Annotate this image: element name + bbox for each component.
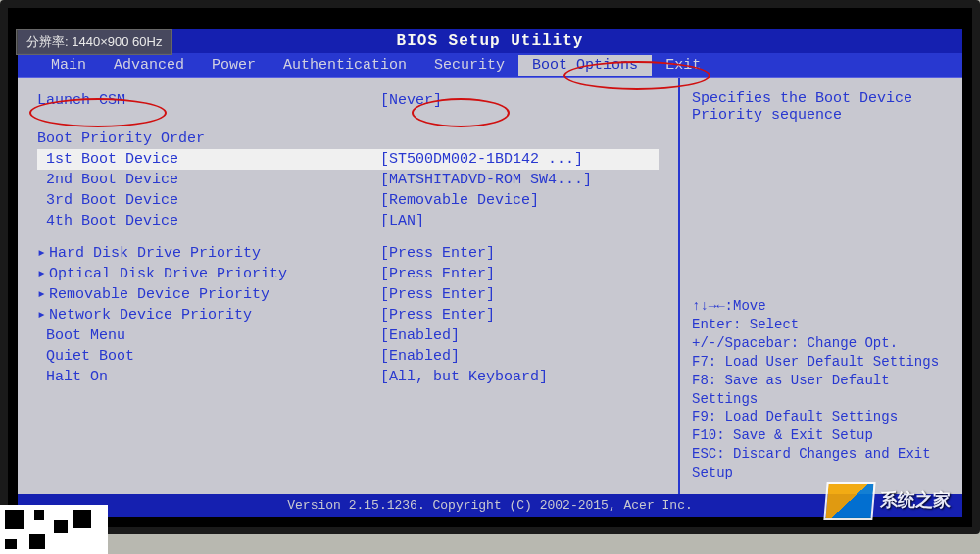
launch-csm-label: Launch CSM — [37, 90, 380, 111]
help-panel: Specifies the Boot Device Priority seque… — [678, 78, 962, 494]
removable-priority[interactable]: ▸Removable Device Priority [Press Enter] — [37, 284, 659, 305]
setting-launch-csm[interactable]: Launch CSM [Never] — [37, 90, 659, 111]
boot-device-4-label: 4th Boot Device — [37, 211, 380, 231]
menu-advanced[interactable]: Advanced — [100, 55, 198, 76]
menu-main[interactable]: Main — [37, 55, 100, 76]
boot-device-1-label: 1st Boot Device — [37, 149, 380, 170]
halt-on-label: Halt On — [37, 367, 380, 387]
optical-priority[interactable]: ▸Optical Disk Drive Priority [Press Ente… — [37, 264, 659, 284]
boot-device-1-value: [ST500DM002-1BD142 ...] — [380, 149, 583, 170]
quiet-boot-label: Quiet Boot — [37, 346, 380, 367]
boot-priority-header: Boot Priority Order — [37, 128, 659, 149]
quiet-boot-value: [Enabled] — [380, 346, 460, 367]
network-priority-value: [Press Enter] — [380, 305, 495, 326]
network-priority-label: Network Device Priority — [49, 307, 252, 324]
halt-on-option[interactable]: Halt On [All, but Keyboard] — [37, 367, 659, 387]
boot-device-2-value: [MATSHITADVD-ROM SW4...] — [380, 170, 592, 190]
launch-csm-value: [Never] — [380, 90, 442, 111]
bios-footer: Version 2.15.1236. Copyright (C) 2002-20… — [18, 494, 962, 517]
help-key-change: +/-/Spacebar: Change Opt. — [692, 334, 951, 353]
hdd-priority[interactable]: ▸Hard Disk Drive Priority [Press Enter] — [37, 243, 659, 264]
help-key-esc: ESC: Discard Changes and Exit Setup — [692, 445, 951, 482]
boot-menu-label: Boot Menu — [37, 326, 380, 346]
menu-boot-options[interactable]: Boot Options — [518, 55, 652, 76]
help-key-f10: F10: Save & Exit Setup — [692, 427, 951, 445]
menu-bar: Main Advanced Power Authentication Secur… — [18, 53, 962, 78]
hdd-priority-label: Hard Disk Drive Priority — [49, 245, 261, 262]
boot-device-3-label: 3rd Boot Device — [37, 190, 380, 211]
boot-device-1[interactable]: 1st Boot Device [ST500DM002-1BD142 ...] — [37, 149, 659, 170]
submenu-arrow-icon: ▸ — [37, 243, 49, 264]
help-keys: ↑↓→←:Move Enter: Select +/-/Spacebar: Ch… — [692, 277, 951, 482]
menu-authentication[interactable]: Authentication — [270, 55, 420, 76]
bios-screen: BIOS Setup Utility Main Advanced Power A… — [18, 29, 962, 517]
boot-device-3[interactable]: 3rd Boot Device [Removable Device] — [37, 190, 659, 211]
removable-priority-value: [Press Enter] — [380, 284, 495, 305]
boot-device-2-label: 2nd Boot Device — [37, 170, 380, 190]
optical-priority-value: [Press Enter] — [380, 264, 495, 284]
hdd-priority-value: [Press Enter] — [380, 243, 495, 264]
halt-on-value: [All, but Keyboard] — [380, 367, 548, 387]
watermark: 系统之家 — [825, 482, 951, 520]
menu-power[interactable]: Power — [198, 55, 270, 76]
watermark-logo-icon — [823, 482, 875, 520]
boot-device-4[interactable]: 4th Boot Device [LAN] — [37, 211, 659, 231]
boot-device-4-value: [LAN] — [380, 211, 424, 231]
submenu-arrow-icon: ▸ — [37, 284, 49, 305]
help-key-select: Enter: Select — [692, 316, 951, 334]
boot-menu-value: [Enabled] — [380, 326, 460, 346]
boot-menu-option[interactable]: Boot Menu [Enabled] — [37, 326, 659, 346]
main-settings-panel: Launch CSM [Never] Boot Priority Order 1… — [18, 78, 678, 494]
help-key-move: ↑↓→←:Move — [692, 297, 951, 316]
monitor-osd: 分辨率: 1440×900 60Hz — [16, 29, 172, 55]
boot-device-2[interactable]: 2nd Boot Device [MATSHITADVD-ROM SW4...] — [37, 170, 659, 190]
help-key-f7: F7: Load User Default Settings — [692, 353, 951, 372]
removable-priority-label: Removable Device Priority — [49, 286, 270, 303]
menu-exit[interactable]: Exit — [652, 55, 714, 76]
help-key-f9: F9: Load Default Settings — [692, 408, 951, 427]
submenu-arrow-icon: ▸ — [37, 305, 49, 326]
help-description: Specifies the Boot Device Priority seque… — [692, 90, 951, 124]
menu-security[interactable]: Security — [420, 55, 518, 76]
qr-code-fragment — [0, 505, 108, 554]
quiet-boot-option[interactable]: Quiet Boot [Enabled] — [37, 346, 659, 367]
submenu-arrow-icon: ▸ — [37, 264, 49, 284]
help-key-f8: F8: Save as User Default Settings — [692, 372, 951, 409]
optical-priority-label: Optical Disk Drive Priority — [49, 266, 287, 282]
network-priority[interactable]: ▸Network Device Priority [Press Enter] — [37, 305, 659, 326]
boot-device-3-value: [Removable Device] — [380, 190, 539, 211]
